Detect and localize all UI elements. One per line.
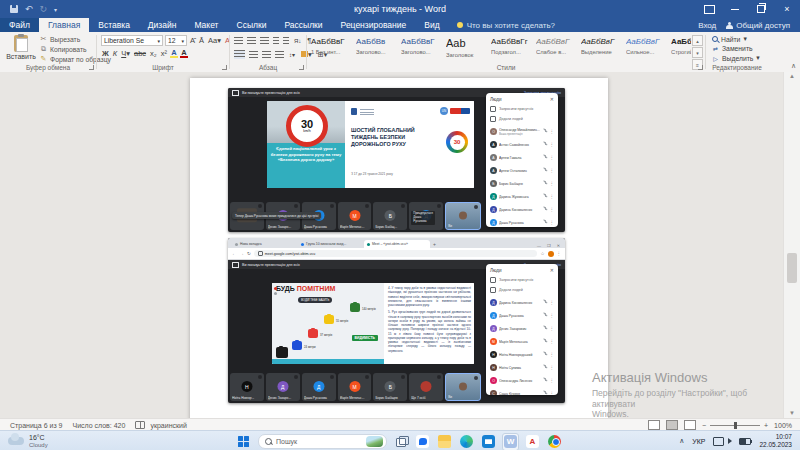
- more-options-icon[interactable]: ⋮: [550, 155, 555, 160]
- participant-tile[interactable]: Д Денис Захаро...: [266, 373, 300, 401]
- collapse-ribbon-button[interactable]: ∧: [791, 62, 796, 70]
- zoom-out-icon[interactable]: −: [702, 422, 706, 429]
- paste-button[interactable]: Вставить: [6, 35, 36, 60]
- style-item[interactable]: АаБбВвГ 1 Без инт...: [311, 35, 352, 58]
- participant-row[interactable]: Н Нікіта Новгородський ⋮: [486, 348, 558, 361]
- ribbon-display-options-button[interactable]: [696, 0, 722, 18]
- participant-row[interactable]: Д Дарина Жуковська ⋮: [486, 190, 558, 203]
- forward-icon[interactable]: →: [240, 251, 245, 256]
- mic-off-icon[interactable]: [544, 207, 548, 212]
- zoom-slider[interactable]: − +: [702, 422, 768, 429]
- more-options-icon[interactable]: ⋮: [550, 313, 555, 318]
- participant-row[interactable]: Д Дарина Коноваленко ⋮: [486, 203, 558, 216]
- tell-me-box[interactable]: Что вы хотите сделать?: [449, 18, 563, 32]
- style-item[interactable]: АаБбВвГ Слабое в...: [536, 35, 577, 58]
- justify-button[interactable]: [275, 51, 284, 58]
- word-count[interactable]: Число слов: 420: [72, 422, 125, 429]
- align-left-button[interactable]: [234, 50, 245, 59]
- close-button[interactable]: ×: [774, 0, 800, 18]
- mic-off-icon[interactable]: [544, 339, 548, 344]
- undo-icon[interactable]: ↶: [25, 4, 33, 14]
- style-item[interactable]: Аab Заголовок: [446, 35, 487, 58]
- participant-row[interactable]: Д Денис Захарович ⋮: [486, 322, 558, 335]
- mic-off-icon[interactable]: [544, 326, 548, 331]
- participant-tile[interactable]: Д Приєднується Даша Русанова: [409, 202, 443, 230]
- zoom-thumb[interactable]: [734, 422, 737, 429]
- mic-off-icon[interactable]: [544, 129, 548, 134]
- participant-tile[interactable]: Б Борис Бабіщ...: [373, 202, 407, 230]
- font-family-combobox[interactable]: Liberation Se▾: [101, 35, 163, 46]
- participant-tile[interactable]: Ви: [445, 373, 481, 401]
- mic-off-icon[interactable]: [544, 378, 548, 383]
- font-dialog-launcher[interactable]: [222, 65, 227, 70]
- qat-customize-icon[interactable]: ▾: [54, 6, 57, 13]
- add-people-action[interactable]: Додати людей: [486, 285, 558, 295]
- more-options-icon[interactable]: ⋮: [550, 391, 555, 395]
- strikethrough-button[interactable]: abc: [133, 49, 147, 58]
- browser-menu-icon[interactable]: ⋮: [557, 251, 562, 256]
- participant-row[interactable]: Д Дарина Коноваленко ⋮: [486, 296, 558, 309]
- browser-profile-avatar[interactable]: [548, 251, 554, 257]
- numbering-button[interactable]: [247, 37, 256, 44]
- tab-insert[interactable]: Вставка: [89, 18, 139, 32]
- participant-row[interactable]: М Марія Метельська ⋮: [486, 335, 558, 348]
- word-app-icon[interactable]: W: [504, 435, 517, 448]
- underline-button[interactable]: Ч▾: [120, 49, 131, 58]
- change-case-button[interactable]: Аа▾: [207, 36, 222, 45]
- browser-tab[interactable]: Нова вкладка: [232, 240, 298, 248]
- taskbar-search[interactable]: Пошук: [258, 434, 387, 449]
- more-options-icon[interactable]: ⋮: [550, 220, 555, 225]
- back-icon[interactable]: ←: [232, 251, 237, 256]
- bookmark-star-icon[interactable]: ☆: [540, 251, 544, 256]
- participant-tile[interactable]: Н Нікіта Новгор...: [230, 373, 264, 401]
- chrome-browser-icon[interactable]: [548, 435, 561, 448]
- mic-off-icon[interactable]: [544, 168, 548, 173]
- more-options-icon[interactable]: ⋮: [550, 339, 555, 344]
- mic-off-icon[interactable]: [544, 391, 548, 395]
- participant-row[interactable]: Б Борис Бабіщев ⋮: [486, 177, 558, 190]
- more-options-icon[interactable]: ⋮: [550, 207, 555, 212]
- scrollbar-thumb[interactable]: [787, 253, 797, 283]
- participant-tile[interactable]: Б Борис Бабіщев: [373, 373, 407, 401]
- weather-widget[interactable]: 16°C Cloudy: [8, 434, 48, 448]
- style-item[interactable]: АаБбВв Заголово...: [356, 35, 397, 58]
- more-options-icon[interactable]: ⋮: [550, 352, 555, 357]
- style-item[interactable]: АаБбВвГг Подзагол...: [491, 35, 532, 58]
- align-center-button[interactable]: [249, 51, 258, 58]
- mic-off-icon[interactable]: [544, 352, 548, 357]
- mic-off-icon[interactable]: [544, 300, 548, 305]
- replace-button[interactable]: ⇄Заменить: [712, 45, 760, 52]
- more-options-icon[interactable]: ⋮: [550, 142, 555, 147]
- participant-tile[interactable]: Ви: [445, 202, 481, 230]
- participant-row[interactable]: О Олександра Лисенко ⋮: [486, 374, 558, 387]
- redo-icon[interactable]: ↻: [40, 4, 48, 14]
- font-color-button[interactable]: А: [180, 50, 188, 58]
- microsoft-store-icon[interactable]: [482, 435, 495, 448]
- pin-participants-action[interactable]: Запросити присутніх: [486, 104, 558, 114]
- mic-off-icon[interactable]: [544, 194, 548, 199]
- increase-indent-button[interactable]: [283, 37, 289, 44]
- language-indicator[interactable]: украинский: [150, 422, 187, 429]
- minimize-button[interactable]: [722, 0, 748, 18]
- browser-tab[interactable]: Група 10 виконали завд...: [298, 240, 364, 248]
- participant-row[interactable]: А Артем Гамала ⋮: [486, 151, 558, 164]
- sign-in-button[interactable]: Вход: [698, 21, 716, 30]
- system-tray-icons[interactable]: [713, 437, 751, 446]
- print-layout-button[interactable]: [666, 420, 678, 430]
- grow-font-button[interactable]: А̂: [189, 36, 196, 45]
- tab-design[interactable]: Дизайн: [139, 18, 186, 32]
- subscript-button[interactable]: х₂: [149, 49, 158, 58]
- decrease-indent-button[interactable]: [273, 37, 279, 44]
- share-button[interactable]: Общий доступ: [726, 21, 790, 30]
- browser-tab[interactable]: Meet – «yrot-obtm-vcu»: [364, 240, 430, 248]
- zoom-in-icon[interactable]: +: [764, 422, 768, 429]
- clipboard-dialog-launcher[interactable]: [89, 65, 94, 70]
- save-icon[interactable]: [10, 5, 18, 13]
- zoom-level[interactable]: 100%: [774, 422, 792, 429]
- italic-button[interactable]: К: [112, 49, 118, 58]
- tab-references[interactable]: Ссылки: [228, 18, 276, 32]
- more-options-icon[interactable]: ⋮: [550, 168, 555, 173]
- sort-button[interactable]: Я↓: [293, 38, 302, 44]
- styles-scroll-up-button[interactable]: ▴: [692, 35, 703, 46]
- more-options-icon[interactable]: ⋮: [550, 300, 555, 305]
